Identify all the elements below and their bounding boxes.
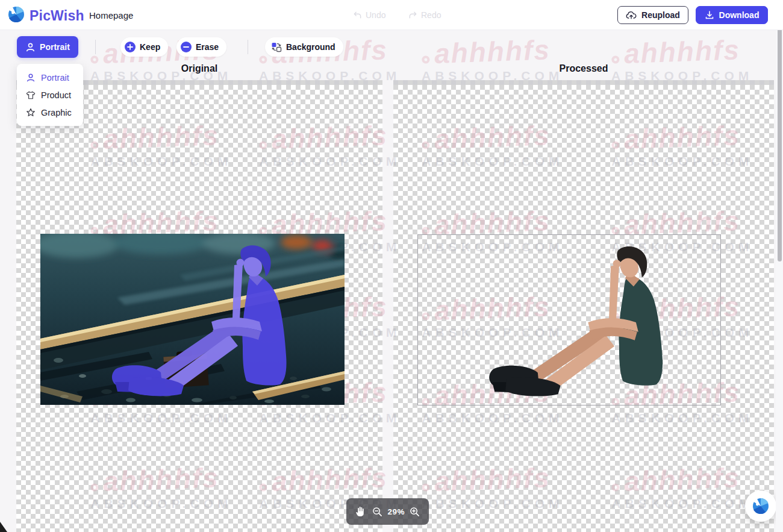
star-icon (26, 108, 36, 117)
zoom-toolbar: 29% (346, 498, 429, 525)
nav-homepage[interactable]: Homepage (89, 0, 133, 30)
dropdown-item-graphic[interactable]: Graphic (17, 104, 83, 121)
hand-icon (355, 505, 367, 518)
dropdown-item-product[interactable]: Product (17, 86, 83, 104)
redo-button[interactable]: Redo (408, 0, 441, 30)
zoom-level: 29% (387, 507, 405, 516)
cloud-upload-icon (626, 10, 637, 20)
erase-tool-label: Erase (196, 42, 219, 52)
zoom-in-button[interactable] (410, 507, 420, 517)
undo-button[interactable]: Undo (353, 0, 385, 30)
undo-icon (353, 11, 362, 20)
download-icon (705, 10, 714, 20)
erase-tool-button[interactable]: Erase (176, 37, 226, 57)
watermark-tile: ahhhhfsABSKOOP.COM (90, 35, 253, 83)
original-image[interactable] (40, 234, 345, 405)
picwish-assistant-bubble[interactable] (745, 490, 776, 522)
mode-dropdown: Portrait Product Graphic (17, 64, 83, 126)
person-icon (25, 42, 36, 52)
redo-icon (408, 11, 417, 20)
scrollbar-track[interactable] (776, 0, 783, 532)
brand-name: PicWish (30, 8, 84, 24)
keep-tool-label: Keep (140, 42, 160, 52)
pan-hand-tool[interactable] (355, 505, 367, 518)
dropdown-item-label: Portrait (41, 73, 69, 83)
watermark-tile: ahhhhfsABSKOOP.COM (422, 35, 584, 83)
keep-plus-icon (125, 42, 136, 52)
cursor-artifact (0, 522, 7, 532)
background-swap-icon (271, 42, 282, 52)
portrait-tool-button[interactable]: Portrait (17, 36, 78, 58)
reupload-label: Reupload (641, 10, 680, 20)
undo-label: Undo (366, 10, 385, 20)
top-bar: PicWish Homepage Undo Redo Reupload (0, 0, 783, 30)
brand[interactable]: PicWish (7, 5, 84, 26)
toolbar-divider (248, 40, 248, 54)
keep-tool-button[interactable]: Keep (120, 37, 168, 57)
person-icon (26, 73, 36, 83)
picwish-editor: PicWish Homepage Undo Redo Reupload (0, 0, 783, 532)
dropdown-item-label: Product (41, 90, 71, 100)
dropdown-item-label: Graphic (41, 108, 72, 117)
download-label: Download (719, 10, 760, 20)
portrait-tool-label: Portrait (40, 42, 70, 52)
scrollbar-thumb[interactable] (778, 2, 782, 261)
watermark-tile: ahhhhfsABSKOOP.COM (611, 35, 774, 83)
picwish-logo-icon (7, 5, 25, 26)
background-tool-button[interactable]: Background (265, 37, 343, 57)
zoom-out-button[interactable] (372, 507, 382, 517)
processed-panel-label: Processed (393, 63, 774, 74)
tshirt-icon (26, 90, 36, 100)
redo-label: Redo (421, 10, 441, 20)
processed-image[interactable] (417, 234, 721, 405)
background-tool-label: Background (286, 42, 335, 52)
picwish-logo-icon (752, 497, 770, 515)
editor-canvas: ahhhhfsABSKOOP.COMahhhhfsABSKOOP.COMahhh… (0, 30, 783, 532)
zoom-out-icon (372, 507, 382, 517)
dropdown-item-portrait[interactable]: Portrait (17, 69, 83, 86)
toolbar-divider (95, 40, 96, 54)
download-button[interactable]: Download (696, 6, 768, 24)
reupload-button[interactable]: Reupload (617, 6, 688, 24)
erase-minus-icon (181, 42, 192, 52)
zoom-in-icon (410, 507, 420, 517)
